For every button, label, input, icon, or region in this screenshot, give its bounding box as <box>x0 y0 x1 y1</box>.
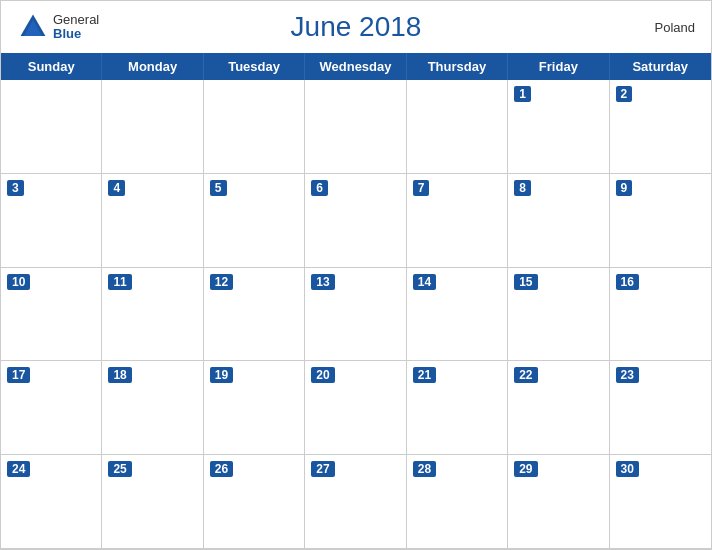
day-cell: 18 <box>102 361 203 455</box>
day-cell: 5 <box>204 174 305 268</box>
day-cell: 20 <box>305 361 406 455</box>
day-cell <box>305 80 406 174</box>
day-number: 13 <box>311 274 334 290</box>
day-cell: 1 <box>508 80 609 174</box>
day-header-friday: Friday <box>508 53 609 80</box>
day-number: 16 <box>616 274 639 290</box>
day-number: 10 <box>7 274 30 290</box>
day-cell: 24 <box>1 455 102 549</box>
day-cell: 11 <box>102 268 203 362</box>
day-number: 28 <box>413 461 436 477</box>
day-number: 7 <box>413 180 430 196</box>
day-cell: 8 <box>508 174 609 268</box>
logo-icon <box>17 11 49 43</box>
day-cell: 4 <box>102 174 203 268</box>
day-cell: 12 <box>204 268 305 362</box>
day-number: 27 <box>311 461 334 477</box>
day-header-wednesday: Wednesday <box>305 53 406 80</box>
day-number: 3 <box>7 180 24 196</box>
day-number: 1 <box>514 86 531 102</box>
day-cell: 9 <box>610 174 711 268</box>
day-cell: 23 <box>610 361 711 455</box>
day-number: 22 <box>514 367 537 383</box>
day-cell <box>204 80 305 174</box>
logo-text: General Blue <box>53 13 99 42</box>
day-number: 11 <box>108 274 131 290</box>
day-cell <box>1 80 102 174</box>
day-header-saturday: Saturday <box>610 53 711 80</box>
day-cell: 29 <box>508 455 609 549</box>
calendar-container: General Blue June 2018 Poland SundayMond… <box>0 0 712 550</box>
day-cell <box>102 80 203 174</box>
day-number: 8 <box>514 180 531 196</box>
day-number: 2 <box>616 86 633 102</box>
day-cell: 3 <box>1 174 102 268</box>
day-cell: 28 <box>407 455 508 549</box>
day-number: 5 <box>210 180 227 196</box>
day-number: 18 <box>108 367 131 383</box>
day-cell: 30 <box>610 455 711 549</box>
day-number: 21 <box>413 367 436 383</box>
day-cell: 22 <box>508 361 609 455</box>
day-cell <box>407 80 508 174</box>
day-number: 9 <box>616 180 633 196</box>
day-number: 20 <box>311 367 334 383</box>
day-number: 19 <box>210 367 233 383</box>
day-number: 6 <box>311 180 328 196</box>
day-number: 25 <box>108 461 131 477</box>
day-cell: 26 <box>204 455 305 549</box>
day-number: 4 <box>108 180 125 196</box>
day-header-monday: Monday <box>102 53 203 80</box>
day-number: 30 <box>616 461 639 477</box>
calendar-header: General Blue June 2018 Poland <box>1 1 711 53</box>
day-headers: SundayMondayTuesdayWednesdayThursdayFrid… <box>1 53 711 80</box>
day-cell: 17 <box>1 361 102 455</box>
day-cell: 19 <box>204 361 305 455</box>
calendar-title: June 2018 <box>291 11 422 43</box>
day-number: 15 <box>514 274 537 290</box>
calendar-grid: 1234567891011121314151617181920212223242… <box>1 80 711 549</box>
day-cell: 27 <box>305 455 406 549</box>
day-cell: 15 <box>508 268 609 362</box>
day-number: 23 <box>616 367 639 383</box>
day-cell: 6 <box>305 174 406 268</box>
day-cell: 14 <box>407 268 508 362</box>
day-number: 29 <box>514 461 537 477</box>
day-number: 12 <box>210 274 233 290</box>
day-cell: 10 <box>1 268 102 362</box>
day-cell: 16 <box>610 268 711 362</box>
day-number: 26 <box>210 461 233 477</box>
day-header-tuesday: Tuesday <box>204 53 305 80</box>
day-cell: 13 <box>305 268 406 362</box>
day-number: 14 <box>413 274 436 290</box>
logo-area: General Blue <box>17 11 99 43</box>
country-label: Poland <box>655 20 695 35</box>
day-header-thursday: Thursday <box>407 53 508 80</box>
day-number: 24 <box>7 461 30 477</box>
day-cell: 25 <box>102 455 203 549</box>
day-cell: 21 <box>407 361 508 455</box>
day-number: 17 <box>7 367 30 383</box>
day-cell: 7 <box>407 174 508 268</box>
day-header-sunday: Sunday <box>1 53 102 80</box>
day-cell: 2 <box>610 80 711 174</box>
